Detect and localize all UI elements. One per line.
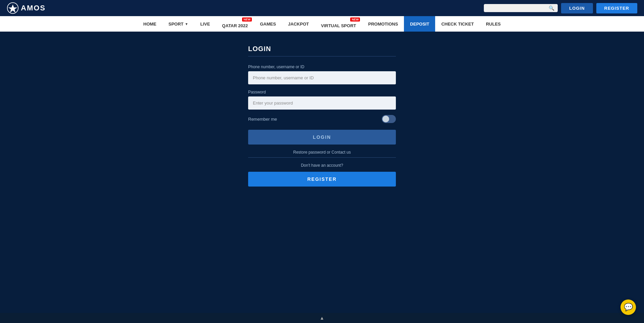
restore-password-link[interactable]: Restore password or Contact us xyxy=(248,150,396,155)
new-badge-virtual: NEW xyxy=(350,17,360,22)
register-button-header[interactable]: REGISTER xyxy=(596,3,637,13)
nav-home[interactable]: HOME xyxy=(137,16,163,32)
login-card: LOGIN Phone number, username or ID Passw… xyxy=(248,45,396,299)
nav-virtual-sport[interactable]: NEW VIRTUAL SPORT xyxy=(315,16,362,32)
chevron-down-icon: ▼ xyxy=(185,22,188,26)
login-title: LOGIN xyxy=(248,45,396,53)
nav-games[interactable]: GAMES xyxy=(254,16,282,32)
register-button-form[interactable]: REGISTER xyxy=(248,172,396,187)
svg-marker-1 xyxy=(8,4,17,12)
login-button-header[interactable]: LOGIN xyxy=(561,3,593,13)
header: AMOS 🔍 LOGIN REGISTER xyxy=(0,0,644,16)
username-input[interactable] xyxy=(248,71,396,84)
search-icon: 🔍 xyxy=(549,5,554,11)
remember-label: Remember me xyxy=(248,117,277,122)
logo: AMOS xyxy=(7,2,46,14)
remember-toggle[interactable] xyxy=(382,115,396,123)
title-divider xyxy=(248,56,396,56)
login-button-form[interactable]: LOGIN xyxy=(248,130,396,145)
main-nav: HOME SPORT ▼ LIVE NEW QATAR 2022 GAMES J… xyxy=(0,16,644,32)
nav-qatar2022[interactable]: NEW QATAR 2022 xyxy=(216,16,254,32)
nav-live[interactable]: LIVE xyxy=(194,16,216,32)
main-content: LOGIN Phone number, username or ID Passw… xyxy=(0,32,644,313)
remember-row: Remember me xyxy=(248,115,396,123)
footer: ▲ xyxy=(0,313,644,323)
toggle-knob xyxy=(382,116,389,122)
password-input[interactable] xyxy=(248,96,396,110)
nav-sport[interactable]: SPORT ▼ xyxy=(163,16,194,32)
nav-jackpot[interactable]: JACKPOT xyxy=(282,16,315,32)
password-label: Password xyxy=(248,90,396,94)
nav-rules[interactable]: RULES xyxy=(480,16,507,32)
nav-promotions[interactable]: PROMOTIONS xyxy=(362,16,404,32)
logo-icon xyxy=(7,2,19,14)
username-label: Phone number, username or ID xyxy=(248,65,396,69)
header-right: 🔍 LOGIN REGISTER xyxy=(484,3,637,13)
search-bar[interactable]: 🔍 xyxy=(484,4,558,12)
search-input[interactable] xyxy=(487,6,549,11)
nav-deposit[interactable]: DEPOSIT xyxy=(404,16,435,32)
nav-check-ticket[interactable]: CHECK TICKET xyxy=(435,16,480,32)
logo-text: AMOS xyxy=(21,4,46,12)
no-account-text: Don't have an account? xyxy=(248,163,396,168)
chat-bubble[interactable]: 💬 xyxy=(620,299,636,315)
form-divider xyxy=(248,157,396,158)
new-badge-qatar: NEW xyxy=(242,17,252,22)
scroll-up-icon[interactable]: ▲ xyxy=(320,315,324,321)
